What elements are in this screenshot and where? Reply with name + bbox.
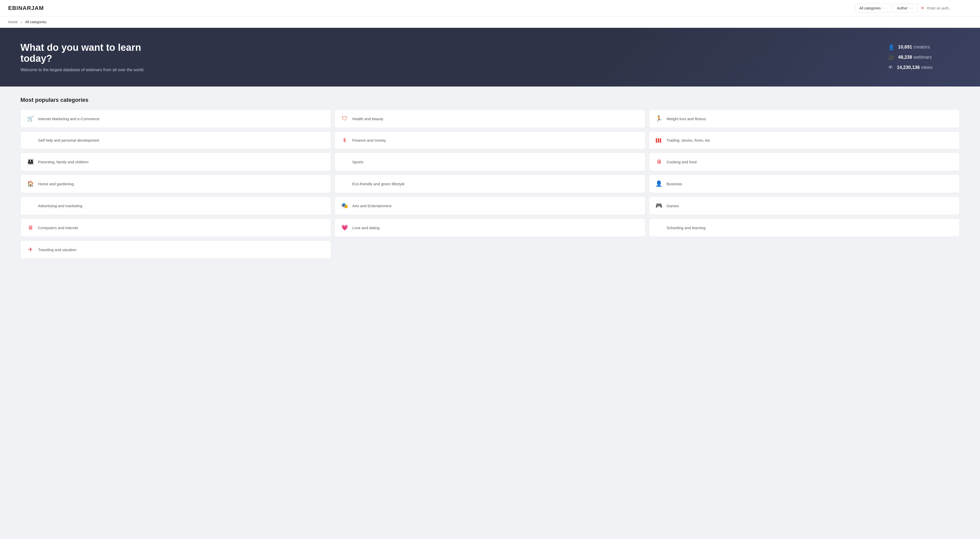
header-filters: All categories ··· Author ··· ✕ — [856, 3, 972, 13]
category-card-traveling[interactable]: ✈ Traveling and vacation — [21, 240, 331, 259]
category-icon-traveling: ✈ — [27, 246, 34, 253]
stat-item-1: 🎥 48,238 webinars — [888, 54, 959, 60]
category-card-health-beauty[interactable]: 🛡 Health and beauty — [334, 110, 645, 128]
hero-stats: 👤 10,691 creators 🎥 48,238 webinars 👁 14… — [888, 44, 959, 70]
category-card-eco-friendly[interactable]: Eco-friendly and green lifestyle — [334, 175, 645, 193]
category-icon-finance: $ — [341, 137, 348, 143]
category-label-schooling: Schooling and learning — [655, 226, 706, 230]
hero-section: What do you want to learn today? Welcome… — [0, 28, 980, 86]
categories-filter-dots: ··· — [882, 6, 887, 11]
category-card-love-dating[interactable]: 💗 Love and dating — [334, 218, 645, 237]
breadcrumb: Home ∧ All categories — [0, 16, 980, 28]
category-card-weight-loss[interactable]: 🏃 Weight loss and fitness — [649, 110, 959, 128]
category-label-finance: Finance and money — [352, 138, 386, 142]
stat-item-0: 👤 10,691 creators — [888, 44, 959, 50]
category-label-home-gardening: Home and gardening — [38, 182, 74, 186]
breadcrumb-separator: ∧ — [20, 21, 22, 24]
category-icon-computers: 🖥 — [27, 224, 34, 231]
category-label-traveling: Traveling and vacation — [38, 248, 76, 252]
category-label-eco-friendly: Eco-friendly and green lifestyle — [341, 182, 404, 186]
category-label-health-beauty: Health and beauty — [352, 117, 383, 121]
category-label-business: Business — [667, 182, 682, 186]
stat-icon-1: 🎥 — [888, 54, 894, 60]
category-card-games[interactable]: 🎮 Games — [649, 197, 959, 215]
category-card-business[interactable]: 👤 Business — [649, 175, 959, 193]
category-card-internet-marketing[interactable]: 🛒 Internet Marketing and e-Commerce — [21, 110, 331, 128]
category-label-trading: Trading: stocks, forex, etc — [667, 138, 710, 142]
category-icon-business: 👤 — [655, 180, 662, 187]
category-card-finance[interactable]: $ Finance and money — [334, 132, 645, 149]
category-icon-home-gardening: 🏠 — [27, 180, 34, 187]
category-icon-arts-entertainment: 🎭 — [341, 202, 348, 209]
category-card-parenting[interactable]: 👨‍👩‍👧 Parenting, family and children — [21, 153, 331, 171]
category-label-arts-entertainment: Arts and Entertainment — [352, 204, 391, 208]
breadcrumb-home[interactable]: Home — [8, 20, 18, 24]
stat-label-0: creators — [913, 45, 930, 49]
author-filter[interactable]: Author ··· — [893, 3, 918, 13]
category-card-home-gardening[interactable]: 🏠 Home and gardening — [21, 175, 331, 193]
category-card-schooling[interactable]: Schooling and learning — [649, 218, 959, 237]
category-card-advertising[interactable]: Advertising and marketing — [21, 197, 331, 215]
category-icon-parenting: 👨‍👩‍👧 — [27, 159, 34, 165]
category-icon-games: 🎮 — [655, 202, 662, 209]
stat-icon-2: 👁 — [888, 65, 893, 70]
category-label-parenting: Parenting, family and children — [38, 160, 89, 164]
main-content: Most populars categories 🛒 Internet Mark… — [0, 86, 980, 274]
stat-item-2: 👁 14,230,136 views — [888, 65, 959, 70]
stat-label-2: views — [921, 65, 932, 70]
category-icon-trading: ▌▌▌ — [655, 138, 662, 142]
category-label-games: Games — [667, 204, 679, 208]
logo: EBINARJAM — [8, 5, 44, 11]
category-label-advertising: Advertising and marketing — [27, 204, 82, 208]
category-icon-love-dating: 💗 — [341, 224, 348, 231]
header: EBINARJAM All categories ··· Author ··· … — [0, 0, 980, 16]
author-search-input[interactable] — [927, 6, 972, 10]
author-filter-dots: ··· — [909, 6, 914, 11]
filter-close-icon[interactable]: ✕ — [920, 6, 925, 11]
category-icon-health-beauty: 🛡 — [341, 115, 348, 122]
categories-filter-label: All categories — [859, 6, 881, 10]
category-card-sports[interactable]: Sports — [334, 153, 645, 171]
author-filter-label: Author — [897, 6, 907, 10]
category-label-weight-loss: Weight loss and fitness — [667, 117, 706, 121]
section-title: Most populars categories — [21, 97, 959, 103]
stat-label-1: webinars — [913, 55, 932, 60]
breadcrumb-current: All categories — [25, 20, 46, 24]
hero-heading: What do you want to learn today? — [21, 42, 173, 64]
category-card-trading[interactable]: ▌▌▌ Trading: stocks, forex, etc — [649, 132, 959, 149]
category-label-self-help: Self help and personal development — [27, 138, 99, 142]
category-icon-weight-loss: 🏃 — [655, 115, 662, 122]
category-card-cooking[interactable]: 🖥 Cooking and food — [649, 153, 959, 171]
category-icon-cooking: 🖥 — [655, 159, 662, 165]
category-label-sports: Sports — [341, 160, 363, 164]
hero-text: What do you want to learn today? Welcome… — [21, 42, 173, 72]
category-label-internet-marketing: Internet Marketing and e-Commerce — [38, 117, 100, 121]
category-grid: 🛒 Internet Marketing and e-Commerce 🛡 He… — [21, 110, 959, 259]
category-label-computers: Computers and internet — [38, 226, 78, 230]
stat-value-2: 14,230,136 — [897, 65, 920, 70]
stat-value-1: 48,238 — [898, 55, 912, 60]
category-label-cooking: Cooking and food — [667, 160, 697, 164]
category-card-self-help[interactable]: Self help and personal development — [21, 132, 331, 149]
category-card-arts-entertainment[interactable]: 🎭 Arts and Entertainment — [334, 197, 645, 215]
hero-subtext: Welcome to the largest database of webin… — [21, 68, 173, 72]
category-label-love-dating: Love and dating — [352, 226, 380, 230]
category-card-computers[interactable]: 🖥 Computers and internet — [21, 218, 331, 237]
stat-value-0: 10,691 — [898, 45, 912, 49]
categories-filter[interactable]: All categories ··· — [856, 3, 891, 13]
stat-icon-0: 👤 — [888, 44, 894, 50]
category-icon-internet-marketing: 🛒 — [27, 115, 34, 122]
